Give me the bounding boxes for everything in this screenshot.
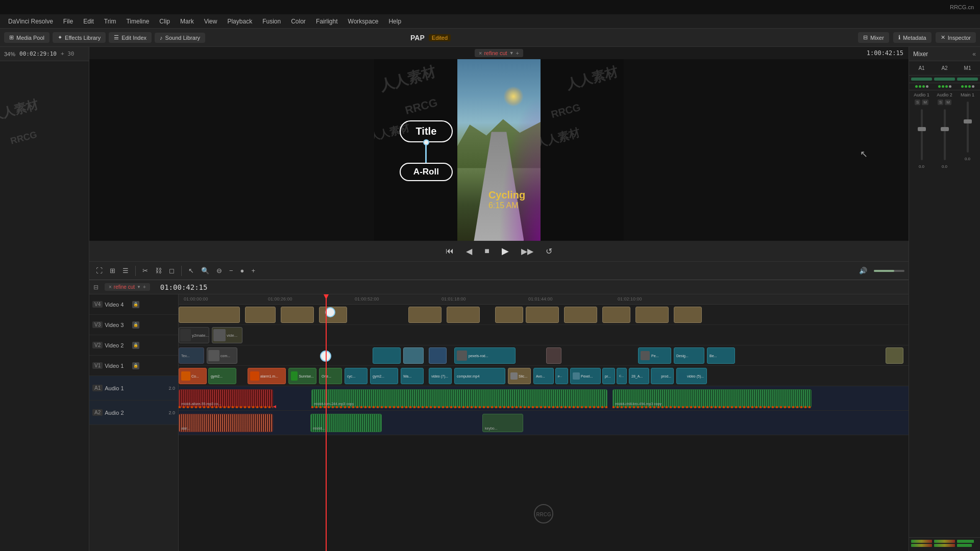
menu-color[interactable]: Color xyxy=(287,16,310,27)
v4-clip-11[interactable] xyxy=(635,307,669,323)
inspector-button[interactable]: ✕ Inspector xyxy=(936,32,976,43)
v4-lock-icon[interactable]: 🔒 xyxy=(132,301,139,308)
preview-video[interactable]: Cycling 6:15 AM xyxy=(457,59,541,241)
a1-audio-left[interactable]: mixkit-allure-55.mp3 co... xyxy=(179,389,273,408)
v2-clip-4[interactable] xyxy=(403,347,424,364)
fader-a2-track[interactable] xyxy=(944,109,946,160)
v2-clip-6[interactable]: pexels-rod... xyxy=(454,347,516,364)
zoom-out-tool[interactable]: ⊖ xyxy=(214,265,225,276)
a1-audio-far-right[interactable]: mixkit-chill-bro-494.mp3 copy xyxy=(612,389,812,408)
volume-slider[interactable] xyxy=(874,270,904,272)
v1-clip-gym2b[interactable]: gym2... xyxy=(370,368,398,384)
plus-tool[interactable]: + xyxy=(249,265,258,276)
v1-lock-icon[interactable]: 🔒 xyxy=(132,362,139,369)
fader-a2-knob[interactable] xyxy=(941,127,949,131)
zoom-in-tool[interactable]: 🔍 xyxy=(199,265,212,276)
stop-button[interactable]: ■ xyxy=(481,244,493,258)
step-forward-button[interactable]: ▶▶ xyxy=(518,244,536,258)
v2-clip-3[interactable] xyxy=(373,347,401,364)
zoom-level[interactable]: 34% xyxy=(4,51,15,57)
v2-clip-2[interactable]: com... xyxy=(207,347,237,364)
v4-clip-6[interactable] xyxy=(447,307,480,323)
menu-view[interactable]: View xyxy=(200,16,222,27)
step-back-button[interactable]: ◀ xyxy=(463,244,475,258)
v2-clip-5[interactable] xyxy=(429,347,447,364)
loop-button[interactable]: ↺ xyxy=(543,244,555,258)
v1-clip-gym2[interactable]: gym2... xyxy=(208,368,236,384)
menu-davinci[interactable]: DaVinci Resolve xyxy=(4,16,57,27)
v4-clip-12[interactable] xyxy=(674,307,702,323)
fader-a1-knob[interactable] xyxy=(918,127,926,131)
v2-clip-1[interactable]: Tex... xyxy=(179,347,204,364)
link-tool[interactable]: ⛓ xyxy=(153,265,164,276)
v4-clip-8[interactable] xyxy=(526,307,559,323)
v4-clip-7[interactable] xyxy=(495,307,523,323)
collapse-icon[interactable]: ⊟ xyxy=(93,284,99,291)
v3-clip-thumb-1[interactable]: y2mate... xyxy=(179,327,209,343)
fader-a1-controls[interactable]: S M xyxy=(915,99,928,105)
edit-index-button[interactable]: ☰ Edit Index xyxy=(109,32,152,43)
v1-clip-wa[interactable]: Wa... xyxy=(401,368,424,384)
v3-lock-icon[interactable]: 🔒 xyxy=(132,321,139,329)
v1-clip-28a[interactable]: 28_A... xyxy=(629,368,649,384)
v1-clip-co[interactable]: Co... xyxy=(179,368,207,384)
v1-clip-video5[interactable]: video (5)... xyxy=(676,368,707,384)
v3-clip-thumb-2[interactable]: vide... xyxy=(212,327,242,343)
v2-clip-11[interactable] xyxy=(886,347,903,364)
v1-clip-slic[interactable]: Slic... xyxy=(508,368,531,384)
v1-clip-one[interactable]: One... xyxy=(319,368,342,384)
v2-clip-8[interactable]: Pe... xyxy=(638,347,671,364)
v2-lock-icon[interactable]: 🔒 xyxy=(132,342,139,349)
fader-main1-knob[interactable] xyxy=(964,119,972,123)
media-pool-button[interactable]: ⊞ Media Pool xyxy=(4,32,50,43)
v2-clip-9[interactable]: Desig... xyxy=(674,347,704,364)
v4-clip-1[interactable] xyxy=(179,307,240,323)
v1-clip-pr[interactable]: pr... xyxy=(602,368,615,384)
volume-icon[interactable]: 🔊 xyxy=(856,265,870,276)
list-view-tool[interactable]: ☰ xyxy=(120,265,131,276)
refine-cut-tab[interactable]: × refine cut ▼ + xyxy=(475,49,523,57)
v4-clip-9[interactable] xyxy=(564,307,597,323)
menu-mark[interactable]: Mark xyxy=(176,16,198,27)
menu-trim[interactable]: Trim xyxy=(100,16,120,27)
v1-clip-avo[interactable]: Avo... xyxy=(533,368,554,384)
v1-clip-alarm[interactable]: alarm1.m... xyxy=(248,368,286,384)
fader-main1-track[interactable] xyxy=(967,102,969,153)
menu-fusion[interactable]: Fusion xyxy=(258,16,285,27)
mixer-button[interactable]: ⊟ Mixer xyxy=(858,32,889,43)
menu-playback[interactable]: Playback xyxy=(223,16,256,27)
menu-help[interactable]: Help xyxy=(384,16,405,27)
menu-timeline[interactable]: Timeline xyxy=(122,16,153,27)
cursor-tool[interactable]: ↖ xyxy=(186,265,197,276)
v1-clip-p[interactable]: p... xyxy=(555,368,568,384)
v4-clip-10[interactable] xyxy=(602,307,630,323)
fader-a1-track[interactable] xyxy=(921,109,923,160)
v1-clip-video7[interactable]: video (7)... xyxy=(429,368,452,384)
v4-clip-2[interactable] xyxy=(245,307,276,323)
effects-library-button[interactable]: ✦ Effects Library xyxy=(53,32,106,43)
menu-clip[interactable]: Clip xyxy=(155,16,174,27)
menu-fairlight[interactable]: Fairlight xyxy=(312,16,342,27)
go-to-start-button[interactable]: ⏮ xyxy=(443,244,457,258)
v4-clip-3[interactable] xyxy=(281,307,314,323)
v2-clip-10[interactable]: Be... xyxy=(707,347,735,364)
v1-clip-c[interactable]: C... xyxy=(617,368,627,384)
sound-library-button[interactable]: ♪ Sound Library xyxy=(155,33,205,43)
mixer-collapse-button[interactable]: « xyxy=(972,51,976,58)
a2-audio-left[interactable]: alar... xyxy=(179,414,273,432)
fader-a2-controls[interactable]: S M xyxy=(938,99,951,105)
fullscreen-tool[interactable]: ⛶ xyxy=(93,265,105,276)
snap-tool[interactable]: ◻ xyxy=(166,265,177,276)
play-button[interactable]: ▶ xyxy=(499,243,512,259)
v1-clip-sunrise[interactable]: Sunrise... xyxy=(288,368,316,384)
minus-tool[interactable]: − xyxy=(227,265,236,276)
v1-clip-computer[interactable]: computer.mp4 xyxy=(454,368,505,384)
v2-clip-7[interactable] xyxy=(546,347,561,364)
v4-clip-5[interactable] xyxy=(408,307,442,323)
menu-workspace[interactable]: Workspace xyxy=(344,16,383,27)
metadata-button[interactable]: ℹ Metadata xyxy=(893,32,932,43)
menu-edit[interactable]: Edit xyxy=(79,16,98,27)
v1-clip-prod[interactable]: prod... xyxy=(651,368,674,384)
a2-audio-mid[interactable]: mixkit... xyxy=(310,414,382,432)
a2-audio-keybo[interactable]: keybo... xyxy=(482,414,523,432)
